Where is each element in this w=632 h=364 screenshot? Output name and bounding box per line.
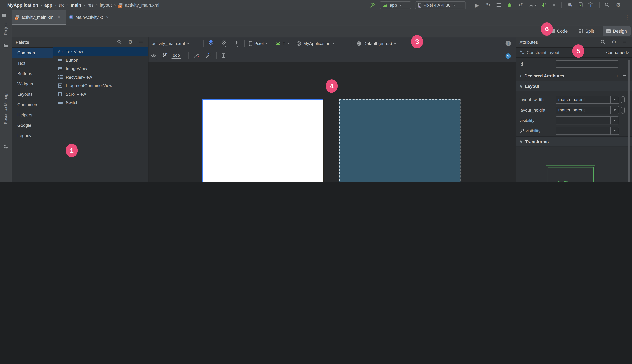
component-id-value: <unnamed>: [606, 50, 629, 55]
attributes-search-icon[interactable]: [601, 40, 605, 45]
clear-constraints-icon[interactable]: [194, 53, 200, 59]
mode-split-button[interactable]: Split: [579, 25, 594, 37]
debug-button[interactable]: [507, 2, 512, 8]
pack-align-icon[interactable]: [222, 53, 226, 59]
palette-category-google[interactable]: Google: [12, 120, 54, 130]
run-button[interactable]: ▶: [475, 3, 479, 8]
palette-item-scrollview[interactable]: ScrollView: [54, 90, 148, 98]
stripe-corner-icon[interactable]: [2, 14, 6, 17]
design-surface-icon[interactable]: [208, 40, 214, 46]
add-attribute-button[interactable]: +: [616, 73, 619, 78]
callout-6: 6: [541, 22, 553, 36]
palette-category-text[interactable]: Text: [12, 58, 54, 68]
layout-height-dropdown[interactable]: match_parent: [556, 106, 619, 114]
help-icon[interactable]: ?: [506, 54, 511, 59]
breadcrumb-item[interactable]: res: [88, 3, 94, 8]
palette-item-button[interactable]: Button: [54, 56, 148, 64]
active-tab-underline: [12, 24, 66, 25]
layout-height-toggle[interactable]: [621, 106, 625, 114]
palette-category-common[interactable]: Common: [12, 48, 54, 58]
palette-category-layouts[interactable]: Layouts: [12, 89, 54, 100]
fragmentcontainerview-icon: [58, 84, 63, 88]
palette-item-recyclerview[interactable]: RecyclerView: [54, 73, 148, 82]
search-everywhere-icon[interactable]: [605, 2, 610, 8]
palette-item-imageview[interactable]: ImageView: [54, 64, 148, 73]
device-dropdown[interactable]: Pixel 4 API 30: [415, 1, 466, 9]
design-preview-phone[interactable]: Hello World!: [202, 99, 323, 182]
callout-1: 1: [66, 144, 78, 157]
night-mode-icon[interactable]: [234, 41, 238, 46]
transforms-section-header[interactable]: ∨ Transforms: [516, 137, 632, 146]
error-panel-icon[interactable]: !: [506, 41, 511, 46]
breadcrumb-item[interactable]: src: [58, 3, 64, 8]
build-hammer-icon[interactable]: [370, 2, 376, 9]
palette-gear-icon[interactable]: ⚙: [128, 39, 133, 44]
declared-attributes-row[interactable]: > Declared Attributes +: [516, 71, 632, 81]
palette-category-containers[interactable]: Containers: [12, 100, 54, 110]
palette-category-buttons[interactable]: Buttons: [12, 68, 54, 79]
run-config-dropdown[interactable]: app: [380, 1, 411, 9]
breadcrumb-item[interactable]: activity_main.xml: [125, 3, 159, 8]
attributes-scrollbar[interactable]: [628, 60, 630, 182]
layout-width-dropdown[interactable]: match_parent: [556, 96, 619, 104]
locale-selector[interactable]: Default (en-us): [364, 41, 392, 46]
device-type-icon[interactable]: [249, 41, 252, 46]
project-folder-icon[interactable]: [3, 44, 8, 49]
blueprint-preview-phone[interactable]: [339, 99, 460, 182]
view-options-eye-icon[interactable]: [151, 54, 156, 59]
tab-close-icon[interactable]: ×: [58, 14, 60, 20]
remove-attribute-button[interactable]: [623, 76, 626, 76]
breadcrumb-item[interactable]: main: [71, 3, 81, 8]
palette-item-textview[interactable]: AbTextView: [54, 48, 148, 56]
mode-design-button[interactable]: Design: [603, 26, 631, 36]
theme-selector[interactable]: MyApplication: [303, 41, 330, 46]
profiler-icon[interactable]: [528, 3, 534, 8]
tab-mainactivity-kt[interactable]: K MainActivity.kt ×: [66, 10, 113, 24]
resource-manager-icon[interactable]: [3, 144, 8, 150]
palette-search-icon[interactable]: [117, 40, 122, 45]
breadcrumb-item[interactable]: MyApplication: [7, 3, 38, 8]
breadcrumb-separator: ›: [67, 3, 68, 8]
palette-category-legacy[interactable]: Legacy: [12, 130, 54, 141]
sidebar-item-resource-manager[interactable]: Resource Manager: [3, 90, 8, 124]
tools-visibility-dropdown[interactable]: [556, 126, 619, 134]
sdk-manager-icon[interactable]: ↓: [588, 2, 593, 8]
device-manager-icon[interactable]: [578, 2, 582, 8]
tab-activity-main-xml[interactable]: <> activity_main.xml ×: [12, 10, 66, 24]
tab-close-icon[interactable]: ×: [106, 14, 108, 20]
rerun-activity-icon[interactable]: ↻: [486, 2, 490, 8]
palette-category-widgets[interactable]: Widgets: [12, 79, 54, 89]
attributes-hide-icon[interactable]: [623, 42, 626, 42]
palette-item-fragmentcontainerview[interactable]: FragmentContainerView: [54, 82, 148, 90]
settings-gear-icon[interactable]: ⚙: [616, 2, 621, 8]
default-margin-selector[interactable]: 0dp: [172, 53, 181, 59]
palette-item-switch[interactable]: Switch: [54, 98, 148, 107]
stop-button[interactable]: ■: [552, 3, 555, 7]
palette-items: AbTextView Button ImageView RecyclerView…: [54, 48, 148, 107]
api-level-selector[interactable]: T: [283, 41, 285, 46]
attach-debugger-icon[interactable]: [541, 2, 546, 8]
visibility-dropdown[interactable]: [556, 116, 619, 124]
tab-options-kebab-icon[interactable]: ⋮: [625, 15, 630, 20]
palette-category-helpers[interactable]: Helpers: [12, 110, 54, 120]
palette-hide-icon[interactable]: [139, 42, 143, 42]
id-input[interactable]: [556, 60, 618, 68]
layout-width-toggle[interactable]: [621, 96, 625, 103]
profiler-dropdown-arrow[interactable]: [534, 5, 536, 6]
attributes-gear-icon[interactable]: ⚙: [612, 39, 616, 44]
autoconnect-magnet-icon[interactable]: [162, 53, 167, 59]
layout-height-label: layout_height: [520, 108, 546, 112]
split-mode-icon: [579, 29, 583, 33]
mode-code-button[interactable]: Code: [550, 25, 568, 37]
gradle-sync-icon[interactable]: ✓: [567, 2, 572, 8]
apply-code-changes-icon[interactable]: ↺: [518, 2, 523, 8]
orientation-icon[interactable]: [221, 40, 226, 46]
apply-changes-icon[interactable]: [496, 3, 501, 7]
breadcrumb-item[interactable]: layout: [100, 3, 112, 8]
infer-constraints-wand-icon[interactable]: [206, 53, 211, 59]
sidebar-item-project[interactable]: Project: [3, 22, 8, 35]
canvas-file-selector[interactable]: activity_main.xml: [152, 41, 185, 46]
layout-section-header[interactable]: ∨ Layout: [516, 81, 632, 92]
device-type-selector[interactable]: Pixel: [254, 41, 264, 46]
breadcrumb-item[interactable]: app: [44, 3, 52, 8]
